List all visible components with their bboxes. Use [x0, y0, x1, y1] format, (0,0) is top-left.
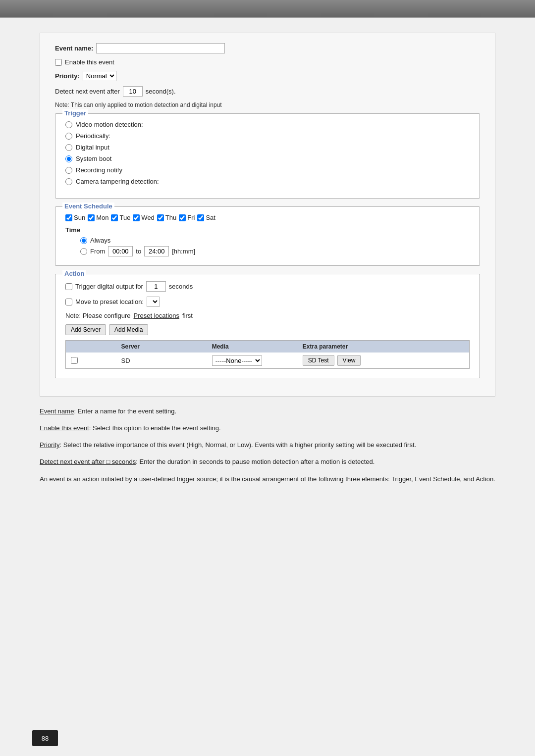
event-name-input[interactable]: [96, 43, 225, 53]
desc-enable-text: : Select this option to enable the event…: [89, 424, 221, 432]
enable-event-row: Enable this event: [55, 58, 480, 66]
top-bar: [0, 0, 535, 18]
day-sat-checkbox[interactable]: [197, 214, 204, 221]
trigger-recording-radio[interactable]: [65, 167, 72, 174]
day-sun-label: Sun: [74, 214, 85, 221]
desc-detect-label: Detect next event after □ seconds: [40, 458, 136, 465]
table-row: SD -----None----- SD Test View: [65, 353, 470, 369]
always-row: Always: [80, 237, 470, 244]
trigger-recording-row: Recording notify: [65, 166, 470, 174]
move-preset-checkbox[interactable]: [65, 299, 72, 305]
time-always-radio[interactable]: [80, 237, 87, 244]
day-wed-pair: Wed: [133, 214, 155, 221]
day-wed-label: Wed: [141, 214, 155, 221]
day-sat-label: Sat: [206, 214, 215, 221]
table-header: Server Media Extra parameter: [65, 340, 470, 353]
content-area: Event name: Enable this event Priority: …: [0, 18, 535, 521]
time-format-label: [hh:mm]: [172, 248, 195, 255]
schedule-days: Sun Mon Tue Wed Thu: [65, 214, 470, 221]
trigger-digital-output-checkbox[interactable]: [65, 283, 72, 290]
desc-enable-event: Enable this event: Select this option to…: [40, 423, 495, 433]
desc-event-general: An event is an action initiated by a use…: [40, 474, 495, 484]
trigger-video-radio[interactable]: [65, 121, 72, 128]
enable-event-label: Enable this event: [65, 58, 114, 66]
day-tue-label: Tue: [119, 214, 130, 221]
move-preset-select[interactable]: [147, 297, 160, 307]
trigger-camera-row: Camera tampering detection:: [65, 178, 470, 185]
day-thu-checkbox[interactable]: [157, 214, 164, 221]
day-sat-pair: Sat: [197, 214, 215, 221]
sd-test-button[interactable]: SD Test: [303, 355, 334, 366]
day-fri-pair: Fri: [179, 214, 195, 221]
day-fri-checkbox[interactable]: [179, 214, 186, 221]
desc-priority-label: Priority: [40, 441, 59, 449]
note-preset-text: Note: Please configure: [65, 312, 131, 319]
trigger-sysboot-label: System boot: [76, 155, 111, 162]
day-thu-pair: Thu: [157, 214, 176, 221]
action-title: Action: [62, 270, 86, 277]
note-text: Note: This can only applied to motion de…: [55, 101, 480, 108]
desc-priority-text: : Select the relative importance of this…: [59, 441, 416, 449]
priority-row: Priority: High Normal Low: [55, 71, 480, 81]
row-extra-col: SD Test View: [298, 353, 469, 368]
row-server-col: SD: [116, 354, 207, 367]
from-input[interactable]: [108, 246, 133, 256]
add-buttons-row: Add Server Add Media: [65, 324, 470, 335]
trigger-digital-output-input[interactable]: [146, 281, 166, 292]
day-mon-checkbox[interactable]: [88, 214, 95, 221]
priority-label: Priority:: [55, 72, 80, 80]
trigger-camera-radio[interactable]: [65, 178, 72, 185]
to-label: to: [136, 248, 141, 255]
day-wed-checkbox[interactable]: [133, 214, 140, 221]
trigger-digital-suffix: seconds: [169, 283, 193, 290]
note-preset-row: Note: Please configure Preset locations …: [65, 312, 470, 319]
row-checkbox-col: [66, 354, 116, 366]
action-group: Action Trigger digital output for second…: [55, 274, 480, 378]
day-mon-label: Mon: [96, 214, 108, 221]
row-media-select[interactable]: -----None-----: [212, 355, 262, 366]
trigger-digital-row: Digital input: [65, 144, 470, 151]
trigger-periodically-label: Periodically:: [76, 132, 110, 140]
enable-event-checkbox[interactable]: [55, 59, 62, 66]
page-number-box: 88: [32, 730, 58, 746]
day-thu-label: Thu: [165, 214, 176, 221]
day-fri-label: Fri: [187, 214, 195, 221]
desc-detect-text: : Enter the duration in seconds to pause…: [136, 458, 374, 465]
trigger-recording-label: Recording notify: [76, 166, 122, 174]
detect-row: Detect next event after second(s).: [55, 86, 480, 97]
add-media-button[interactable]: Add Media: [109, 324, 148, 335]
view-button[interactable]: View: [337, 355, 361, 366]
desc-event-name-label: Event name: [40, 407, 74, 415]
time-section: Time Always From to [hh:mm]: [65, 226, 470, 256]
trigger-digital-label: Digital input: [76, 144, 109, 151]
trigger-digital-output-row: Trigger digital output for seconds: [65, 281, 470, 292]
row-sd-checkbox[interactable]: [71, 357, 78, 364]
from-label: From: [90, 248, 105, 255]
always-label: Always: [90, 237, 110, 244]
desc-general-text: An event is an action initiated by a use…: [40, 475, 495, 483]
trigger-periodically-radio[interactable]: [65, 133, 72, 140]
trigger-video-label: Video motion detection:: [76, 121, 143, 128]
detect-input[interactable]: [123, 86, 143, 97]
add-server-button[interactable]: Add Server: [65, 324, 106, 335]
priority-select[interactable]: High Normal Low: [83, 71, 116, 81]
day-tue-checkbox[interactable]: [111, 214, 118, 221]
note-preset-link[interactable]: Preset locations: [134, 312, 180, 319]
move-preset-label: Move to preset location:: [75, 298, 144, 305]
detect-suffix: second(s).: [146, 88, 176, 95]
day-sun-checkbox[interactable]: [65, 214, 72, 221]
desc-detect: Detect next event after □ seconds: Enter…: [40, 457, 495, 467]
header-server: [66, 341, 116, 353]
trigger-group: Trigger Video motion detection: Periodic…: [55, 113, 480, 199]
header-server-label: Server: [116, 341, 207, 353]
detect-label: Detect next event after: [55, 88, 120, 95]
to-input[interactable]: [144, 246, 169, 256]
time-from-radio[interactable]: [80, 248, 87, 255]
trigger-digital-output-label: Trigger digital output for: [75, 283, 143, 290]
trigger-sysboot-radio[interactable]: [65, 155, 72, 162]
day-sun-pair: Sun: [65, 214, 85, 221]
trigger-digital-radio[interactable]: [65, 144, 72, 151]
form-section: Event name: Enable this event Priority: …: [40, 33, 495, 397]
time-label: Time: [65, 226, 470, 234]
action-table: Server Media Extra parameter SD -----Non…: [65, 340, 470, 369]
